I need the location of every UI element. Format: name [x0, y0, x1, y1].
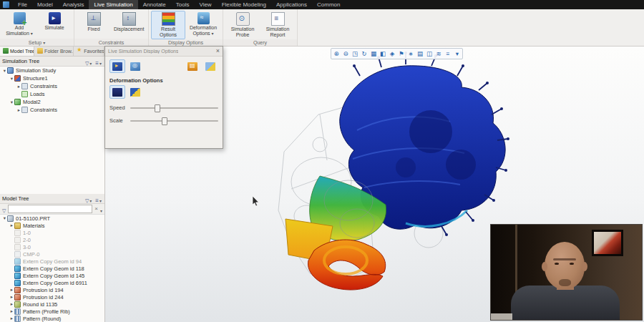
- expand-arrow[interactable]: ▸: [9, 294, 14, 300]
- model-tree-item-3-0[interactable]: 3-0: [0, 243, 104, 250]
- color-legend-button[interactable]: [185, 59, 200, 73]
- datum-display-icon[interactable]: ◈: [388, 49, 396, 58]
- structure-icon: [14, 75, 21, 82]
- show-results-button[interactable]: [109, 59, 125, 73]
- deformation-options-label: Deformation Options: [109, 77, 218, 84]
- model-tree-item-extern-copy-geom-id-145[interactable]: Extern Copy Geom id 145: [0, 272, 104, 279]
- display-style-icon[interactable]: ◧: [379, 49, 387, 58]
- dialog-close-button[interactable]: ×: [216, 48, 220, 54]
- model-tree-item-pattern-round[interactable]: ▸ Pattern (Round): [0, 315, 104, 322]
- deformed-shape-button[interactable]: [109, 85, 125, 99]
- result-options-button[interactable]: Result Options: [151, 11, 185, 39]
- model-tree-filter-row: ×: [0, 204, 104, 215]
- model-tree-item-extern-copy-geom-id-6911[interactable]: Extern Copy Geom id 6911: [0, 279, 104, 286]
- model-tree-item-materials[interactable]: ▸ Materials: [0, 222, 104, 229]
- model-tree-item-pattern-profile-rib[interactable]: ▸ Pattern (Profile Rib): [0, 308, 104, 315]
- simulation-probe-icon: [236, 12, 250, 26]
- dialog-toolbar: [109, 59, 218, 73]
- panel-tab-folder-brow[interactable]: Folder Brow...: [34, 46, 74, 56]
- menu-tabs: File Model Analysis Live Simulation Anno…: [13, 0, 346, 9]
- expand-arrow[interactable]: ▾: [9, 99, 14, 105]
- speed-slider[interactable]: [130, 104, 218, 112]
- shaded-view-icon[interactable]: ▦: [369, 49, 378, 58]
- expand-arrow[interactable]: ▸: [9, 223, 14, 228]
- expand-arrow[interactable]: ▸: [9, 308, 14, 314]
- display-settings-button[interactable]: [203, 59, 218, 73]
- funnel-icon: [2, 203, 6, 215]
- expand-arrow[interactable]: ▸: [16, 107, 21, 113]
- model-tree-filter-button[interactable]: [84, 192, 92, 205]
- expand-arrow[interactable]: ▾: [2, 215, 7, 221]
- simulate-button[interactable]: Simulate: [37, 11, 72, 39]
- fixed-constraint-button[interactable]: Fixed: [77, 11, 111, 39]
- expand-arrow[interactable]: ▾: [9, 76, 14, 82]
- deformation-animation-icon: [130, 88, 140, 97]
- sim-tree-item-structure1[interactable]: ▾ Structure1: [0, 74, 104, 82]
- refit-icon[interactable]: ◳: [351, 49, 359, 58]
- model-tree-item-extern-copy-geom-id-94[interactable]: Extern Copy Geom id 94: [0, 258, 104, 265]
- menu-tab-tools[interactable]: Tools: [171, 0, 195, 9]
- model-tree-item-extern-copy-geom-id-118[interactable]: Extern Copy Geom id 118: [0, 265, 104, 272]
- constraint-set-icon: [21, 83, 28, 89]
- menu-tab-annotate[interactable]: Annotate: [138, 0, 171, 9]
- deformation-options-button[interactable]: Deformation Options: [186, 11, 220, 39]
- zoom-in-icon[interactable]: ⊕: [332, 49, 341, 58]
- sim-tree-filter-button[interactable]: [84, 55, 92, 68]
- view-manager-icon[interactable]: ▤: [416, 49, 424, 58]
- sim-tree-item-constraints[interactable]: ▸ Constraints: [0, 82, 104, 90]
- model-tree-item-protrusion-id-244[interactable]: ▸ Protrusion id 244: [0, 293, 104, 301]
- model-tree-item-01-51100-prt[interactable]: ▾ 01-51100.PRT: [0, 215, 104, 222]
- speed-slider-thumb[interactable]: [155, 104, 160, 112]
- sim-tree-options-button[interactable]: [94, 55, 102, 68]
- menu-tab-view[interactable]: View: [194, 0, 216, 9]
- filter-clear-button[interactable]: ×: [94, 206, 98, 212]
- deformation-animation-button[interactable]: [127, 85, 143, 99]
- expand-arrow[interactable]: ▸: [9, 287, 14, 293]
- simulation-probe-button[interactable]: Simulation Probe: [225, 11, 260, 39]
- model-tree-item-protrusion-id-194[interactable]: ▸ Protrusion id 194: [0, 286, 104, 293]
- tree-filter-input[interactable]: [8, 205, 92, 213]
- list-icon[interactable]: ≡: [444, 49, 452, 58]
- edit-display-button[interactable]: [127, 59, 143, 73]
- expand-arrow[interactable]: ▸: [9, 301, 14, 307]
- expand-arrow[interactable]: ▾: [2, 68, 7, 74]
- model-tree-item-2-0[interactable]: 2-0: [0, 236, 104, 243]
- repaint-icon[interactable]: ↻: [360, 49, 369, 58]
- legend-icon: [187, 62, 197, 71]
- model-tree-item-round-id-1135[interactable]: ▸ Round id 1135: [0, 301, 104, 308]
- menu-tab-live-simulation[interactable]: Live Simulation: [89, 0, 137, 9]
- expand-arrow[interactable]: ▸: [9, 316, 14, 321]
- menu-tab-common[interactable]: Common: [312, 0, 345, 9]
- menu-tab-flexible-modeling[interactable]: Flexible Modeling: [217, 0, 271, 9]
- menu-tab-file[interactable]: File: [13, 0, 32, 9]
- scale-slider[interactable]: [130, 117, 218, 125]
- sim-tree-item-modal2[interactable]: ▾ Modal2: [0, 98, 104, 106]
- expand-arrow[interactable]: ▸: [16, 84, 21, 89]
- annotation-display-icon[interactable]: ⚑: [397, 49, 406, 58]
- model-tree-item-cmp-0[interactable]: CMP-0: [0, 250, 104, 258]
- sim-tree-item-loads[interactable]: Loads: [0, 90, 104, 98]
- filter-options-icon[interactable]: [100, 203, 102, 215]
- spin-center-icon[interactable]: ∗: [406, 49, 415, 58]
- displacement-constraint-button[interactable]: Displacement: [112, 11, 146, 39]
- sim-tree-item-simulation-study[interactable]: ▾ Simulation Study: [0, 67, 104, 74]
- simulation-results-icon[interactable]: ≋: [434, 49, 443, 58]
- sim-tree-item-constraints[interactable]: ▸ Constraints: [0, 106, 104, 114]
- result-options-icon: [162, 12, 175, 26]
- saved-views-icon[interactable]: ◫: [425, 49, 434, 58]
- dialog-titlebar[interactable]: Live Simulation Display Options ×: [105, 47, 223, 57]
- display-edit-icon: [130, 62, 140, 71]
- menu-tab-model[interactable]: Model: [32, 0, 58, 9]
- add-simulation-button[interactable]: Add Simulation: [2, 11, 36, 39]
- group-overflow-icon[interactable]: [43, 40, 45, 45]
- scale-slider-thumb[interactable]: [162, 117, 167, 125]
- protrusion-icon: [14, 294, 21, 301]
- simulation-report-button[interactable]: Simulation Report: [260, 11, 295, 39]
- zoom-out-icon[interactable]: ⊖: [341, 49, 350, 58]
- model-tree-item-1-0[interactable]: 1-0: [0, 229, 104, 236]
- more-options-icon[interactable]: ▾: [453, 49, 462, 58]
- menu-tab-analysis[interactable]: Analysis: [58, 0, 89, 9]
- csys-icon: [14, 251, 21, 258]
- panel-tab-model-tree[interactable]: Model Tree: [0, 46, 34, 56]
- menu-tab-applications[interactable]: Applications: [271, 0, 312, 9]
